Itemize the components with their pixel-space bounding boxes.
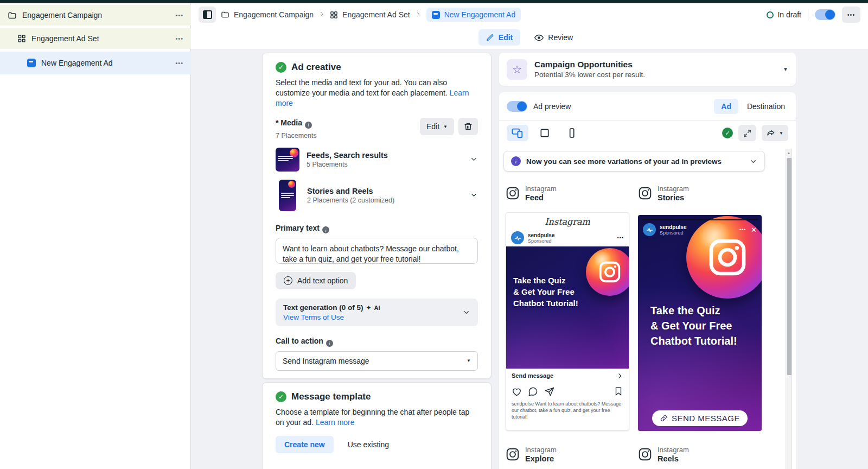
share-icon[interactable] [544,386,554,397]
surface-header-stories: Instagram Stories [638,185,689,202]
create-new-button[interactable]: Create new [276,436,334,453]
sidebar-item-ad-selected[interactable]: New Engagement Ad ••• [0,52,191,74]
preview-scrollbar[interactable]: ▲ [786,149,792,469]
ad-preview-label: Ad preview [533,102,571,111]
surface-name: Reels [658,454,689,463]
desktop-button[interactable] [534,125,556,141]
media-label: * Media [276,118,302,127]
header-more-button[interactable]: ••• [842,7,860,23]
sponsored-label: Sponsored [528,238,554,244]
instagram-sphere-thumb [288,181,295,188]
scrollbar-up-arrow[interactable]: ▲ [786,149,792,155]
instagram-icon [506,186,520,200]
tab-destination[interactable]: Destination [744,99,788,114]
sidebar-toggle-button[interactable] [199,7,216,23]
main-header: Engagement Campaign Engagement Ad Set Ne… [191,3,868,49]
more-icon[interactable]: ••• [617,235,624,240]
media-delete-button[interactable] [458,118,478,135]
more-icon[interactable]: ••• [175,35,183,42]
campaign-opportunities-card[interactable]: ☆ Campaign Opportunities Potential 3% lo… [499,53,796,86]
preview-ok-icon: ✓ [722,128,733,138]
draft-status-icon [767,11,774,18]
opportunities-title: Campaign Opportunities [534,60,645,69]
surface-header-reels: Instagram Reels [638,446,689,463]
sendpulse-avatar [643,223,656,236]
feed-brand-row: sendpulse Sponsored ••• [506,229,629,246]
placement-thumbnail [276,148,299,172]
view-terms-link[interactable]: View Terms of Use [283,313,380,321]
breadcrumb-adset[interactable]: Engagement Ad Set [330,10,410,19]
chevron-down-icon[interactable] [470,155,478,163]
call-to-action-select[interactable]: Send Instagram message ▼ [276,351,478,371]
surface-name: Explore [525,454,557,463]
ad-active-toggle[interactable] [815,9,835,20]
chevron-down-icon[interactable] [470,191,478,199]
tab-edit[interactable]: Edit [478,29,520,46]
feed-creative-text: Take the Quiz & Get Your Free Chatbot Tu… [513,275,578,309]
folder-icon [8,11,17,20]
trash-icon [464,122,473,131]
surface-header-explore: Instagram Explore [506,446,557,463]
media-label-block: * Mediai 7 Placements [276,118,317,140]
ad-preview-toggle-row: Ad preview Ad Destination [499,92,796,121]
text-generation-label: Text generation (0 of 5) [283,303,363,312]
placement-row-feeds[interactable]: Feeds, Search results 5 Placements [276,148,478,172]
brand-name: sendpulse [528,232,554,238]
sponsored-label: Sponsored [660,230,686,236]
caret-down-icon[interactable]: ▼ [783,66,788,72]
chevron-right-icon [415,10,422,20]
message-template-title: Message template [291,391,371,402]
instagram-icon [638,447,652,461]
sidebar-item-label: Engagement Ad Set [31,34,170,43]
panel-icon [203,10,212,19]
ad-preview-panel: Ad preview Ad Destination ✓ [499,92,796,469]
text-generation-panel[interactable]: Text generation (0 of 5) ✦ AI View Terms… [276,299,478,326]
media-edit-button[interactable]: Edit ▼ [420,118,454,135]
story-send-message-button[interactable]: SEND MESSAGE [652,410,748,426]
more-icon[interactable]: ••• [175,60,183,66]
preview-variations-notice[interactable]: i Now you can see more variations of you… [503,151,765,172]
comment-icon[interactable] [528,386,538,397]
bookmark-icon[interactable] [614,386,623,396]
message-template-description: Choose a template for beginning the chat… [276,407,478,428]
close-icon[interactable]: ✕ [751,226,757,234]
surface-platform: Instagram [658,185,689,193]
scrollbar-thumb[interactable] [787,158,792,375]
expand-preview-button[interactable] [738,125,756,141]
like-icon[interactable] [512,386,522,397]
mobile-button[interactable] [561,125,583,141]
use-existing-button[interactable]: Use existing [340,436,397,453]
placement-detail: 2 Placements (2 customized) [307,197,463,204]
info-icon[interactable]: i [305,122,312,129]
grid-icon [330,11,338,19]
sidebar-item-campaign[interactable]: Engagement Campaign ••• [0,5,191,26]
feed-cta-row[interactable]: Send message [506,369,629,383]
primary-text-label: Primary text [276,224,320,232]
draft-status: In draft [767,10,801,19]
placement-row-stories[interactable]: Stories and Reels 2 Placements (2 custom… [276,180,478,211]
info-icon[interactable]: i [322,226,329,233]
ad-preview-toggle[interactable] [507,101,527,112]
breadcrumb-label: Engagement Campaign [234,10,314,19]
sidebar-item-adset[interactable]: Engagement Ad Set ••• [0,28,191,49]
learn-more-link[interactable]: Learn more [316,418,355,427]
all-devices-button[interactable] [507,125,528,141]
chevron-down-icon[interactable] [462,308,470,316]
info-icon[interactable]: i [326,340,333,347]
caret-down-icon: ▼ [467,358,471,363]
more-icon[interactable]: ••• [739,227,746,232]
instagram-story-preview: sendpulse Sponsored ••• ✕ Take the Quiz … [638,215,762,431]
tab-review[interactable]: Review [527,29,580,46]
primary-text-input[interactable]: Want to learn about chatbots? Message ou… [276,238,478,264]
chevron-down-icon [749,157,757,166]
add-text-option-button[interactable]: + Add text option [276,272,356,289]
more-icon[interactable]: ••• [175,12,183,18]
breadcrumb-campaign[interactable]: Engagement Campaign [221,10,314,19]
plus-circle-icon: + [284,276,292,285]
folder-icon [221,10,229,19]
media-edit-label: Edit [426,122,439,131]
breadcrumb-ad-active[interactable]: New Engagement Ad [426,8,521,22]
share-preview-button[interactable]: ▼ [762,125,788,141]
brand-name: sendpulse [660,224,686,230]
tab-ad[interactable]: Ad [714,99,738,114]
